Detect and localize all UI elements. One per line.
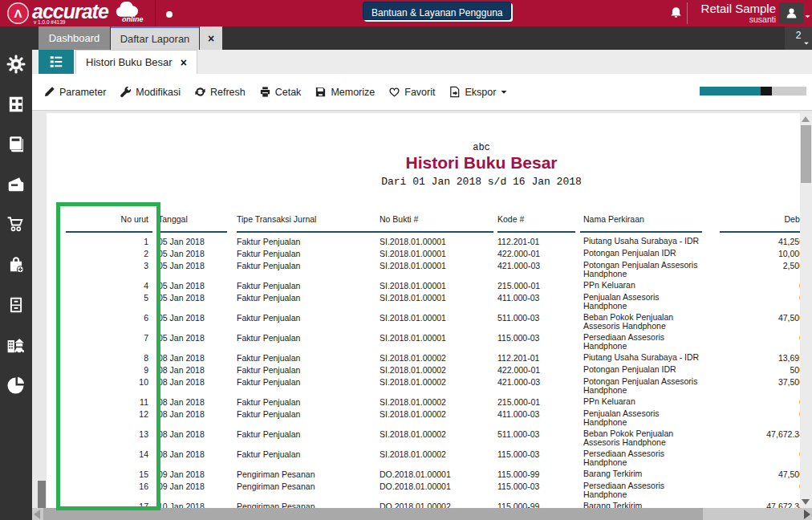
tab-close-button[interactable]: ×	[200, 26, 222, 50]
cell-tipe-transaksi: Faktur Penjualan	[237, 261, 300, 270]
close-icon[interactable]: ×	[181, 56, 187, 69]
col-header-no-bukti: No Bukti #	[380, 214, 418, 224]
cell-tanggal: 08 Jan 2018	[158, 353, 205, 363]
toolbar-modifikasi-button[interactable]: Modifikasi	[120, 86, 181, 98]
sidebar-item-reports[interactable]	[0, 365, 32, 405]
cabinet-icon	[6, 295, 26, 315]
table-row: 1008 Jan 2018Faktur PenjualanSI.2018.01.…	[47, 376, 800, 396]
cell-tanggal: 05 Jan 2018	[158, 237, 205, 246]
cell-debit: 10,000	[676, 249, 800, 258]
asset-building-car-icon	[6, 335, 26, 355]
progress-thumb[interactable]	[761, 87, 772, 95]
scroll-left-button[interactable]	[34, 510, 40, 519]
printer-icon	[259, 86, 271, 98]
progress-bar[interactable]	[700, 87, 806, 95]
cell-no-bukti: DO.2018.01.00001	[380, 481, 451, 491]
tab-dashboard[interactable]: Dashboard	[39, 26, 110, 50]
column-underline	[720, 231, 800, 233]
cell-no-bukti: SI.2018.01.00002	[380, 377, 446, 387]
cell-no-bukti: SI.2018.01.00002	[380, 429, 446, 439]
cell-no-urut: 12	[66, 409, 148, 419]
status-dot-icon	[166, 11, 173, 18]
cell-debit: 0	[676, 409, 800, 419]
sidebar-item-inventory[interactable]	[0, 285, 32, 325]
table-row: 1108 Jan 2018Faktur PenjualanSI.2018.01.…	[47, 396, 800, 408]
cell-no-bukti: SI.2018.01.00001	[380, 313, 446, 323]
cell-tipe-transaksi: Faktur Penjualan	[237, 293, 300, 303]
cell-no-urut: 10	[66, 377, 148, 387]
toolbar-memorize-button[interactable]: Memorize	[315, 86, 375, 98]
table-row: 1208 Jan 2018Faktur PenjualanSI.2018.01.…	[47, 408, 800, 429]
cell-no-urut: 9	[66, 365, 148, 375]
toolbar-refresh-button[interactable]: Refresh	[194, 86, 246, 98]
toolbar-ekspor-button[interactable]: Ekspor	[449, 86, 508, 98]
vertical-scrollbar[interactable]	[800, 113, 812, 508]
tab-histori-buku-besar[interactable]: Histori Buku Besar ×	[75, 50, 197, 74]
col-header-nama-perkiraan: Nama Perkiraan	[583, 214, 644, 224]
sidebar-item-settings[interactable]	[0, 44, 32, 84]
notification-bell-icon[interactable]	[669, 6, 683, 23]
col-header-kode: Kode #	[497, 214, 524, 224]
cell-tipe-transaksi: Faktur Penjualan	[237, 409, 300, 419]
scroll-down-button[interactable]	[802, 499, 810, 505]
help-button[interactable]: Bantuan & Layanan Pengguna	[363, 2, 511, 20]
table-rows: 105 Jan 2018Faktur PenjualanSI.2018.01.0…	[47, 236, 800, 513]
table-row: 405 Jan 2018Faktur PenjualanSI.2018.01.0…	[47, 280, 800, 292]
cell-tipe-transaksi: Faktur Penjualan	[237, 249, 300, 258]
toolbar-parameter-button[interactable]: Parameter	[43, 86, 106, 98]
cell-no-bukti: SI.2018.01.00002	[380, 397, 446, 407]
cell-tanggal: 08 Jan 2018	[158, 377, 205, 387]
cell-kode: 421.000-03	[497, 377, 540, 387]
sidebar-item-assets[interactable]	[0, 325, 32, 365]
sidebar-item-cash-bank[interactable]	[0, 165, 32, 205]
table-row: 1308 Jan 2018Faktur PenjualanSI.2018.01.…	[47, 429, 800, 449]
column-underline	[237, 231, 385, 233]
toolbar-button-label: Memorize	[331, 87, 375, 98]
bag-plus-icon	[6, 255, 26, 274]
column-underline	[66, 231, 152, 233]
building-icon	[6, 95, 26, 114]
table-row: 808 Jan 2018Faktur PenjualanSI.2018.01.0…	[47, 352, 800, 364]
account-chevron-down-icon[interactable]	[804, 9, 811, 23]
scroll-up-button[interactable]	[802, 116, 810, 122]
app-window: Λ accurate v 1.0.0 #4139 online Bantuan …	[0, 0, 812, 520]
tab-daftar-laporan[interactable]: Daftar Laporan	[111, 26, 199, 50]
company-name: Retail Sample	[701, 2, 776, 15]
sidebar-item-company[interactable]	[0, 84, 32, 124]
column-underline	[497, 231, 575, 233]
cell-tanggal: 09 Jan 2018	[158, 469, 205, 479]
report-list-button[interactable]	[39, 50, 74, 74]
cell-no-urut: 5	[66, 293, 148, 303]
horizontal-scroll-thumb[interactable]	[43, 508, 703, 520]
toolbar-cetak-button[interactable]: Cetak	[259, 86, 302, 98]
toolbar-favorit-button[interactable]: Favorit	[388, 86, 435, 98]
progress-track	[772, 87, 806, 95]
sidebar-item-purchases[interactable]	[0, 245, 32, 285]
table-row: 1609 Jan 2018Pengiriman PesananDO.2018.0…	[47, 481, 800, 501]
report-watermark: abc	[47, 142, 800, 153]
sidebar-item-sales[interactable]	[0, 205, 32, 245]
cell-debit: 47,672.34	[676, 429, 800, 439]
cell-tanggal: 08 Jan 2018	[158, 409, 205, 419]
cell-debit: 0	[676, 281, 800, 290]
vertical-scroll-thumb[interactable]	[801, 125, 811, 183]
cell-tanggal: 05 Jan 2018	[158, 261, 205, 270]
cell-tanggal: 08 Jan 2018	[158, 397, 205, 407]
cell-debit: 37,500	[676, 377, 800, 387]
username: susanti	[701, 15, 776, 24]
cell-no-urut: 2	[66, 249, 148, 258]
table-row: 1509 Jan 2018Pengiriman PesananDO.2018.0…	[47, 469, 800, 481]
table-row: 1408 Jan 2018Faktur PenjualanSI.2018.01.…	[47, 449, 800, 469]
person-icon	[785, 6, 798, 20]
cell-kode: 112.201-01	[497, 353, 539, 363]
sidebar-item-journal[interactable]	[0, 124, 32, 165]
cell-tanggal: 05 Jan 2018	[158, 281, 205, 290]
tab-count-badge[interactable]: 2	[785, 26, 812, 50]
horizontal-scrollbar[interactable]	[32, 508, 812, 520]
cell-kode: 421.000-03	[497, 261, 540, 270]
scroll-right-button[interactable]	[804, 510, 810, 519]
col-header-tipe-transaksi: Tipe Transaksi Jurnal	[237, 214, 316, 224]
cell-kode: 411.000-03	[497, 409, 539, 419]
book-icon	[6, 135, 26, 154]
avatar[interactable]	[779, 2, 803, 24]
